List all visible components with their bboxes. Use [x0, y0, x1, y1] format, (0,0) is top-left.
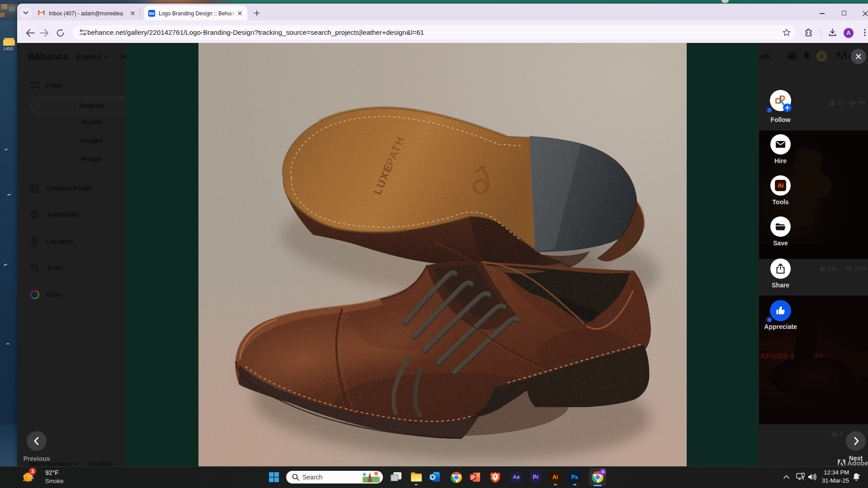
svg-text:z: z	[859, 473, 860, 477]
svg-text:Bē: Bē	[149, 11, 155, 16]
svg-text:P: P	[471, 474, 475, 481]
